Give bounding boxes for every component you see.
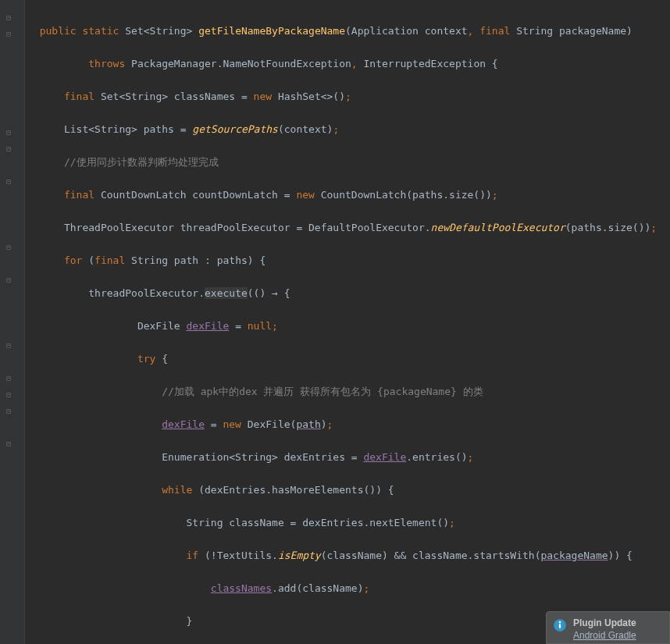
fold-icon[interactable]: ⊟ — [6, 239, 16, 248]
fold-icon[interactable]: ⊟ — [6, 436, 16, 445]
fold-icon[interactable]: ⊟ — [6, 173, 16, 183]
svg-rect-2 — [559, 624, 561, 628]
fold-icon[interactable]: ⊟ — [6, 272, 16, 281]
fold-icon[interactable]: ⊟ — [6, 403, 16, 412]
fold-icon[interactable]: ⊟ — [6, 370, 16, 379]
fold-icon[interactable]: ⊟ — [6, 337, 16, 347]
code-editor[interactable]: public static Set<String> getFileNameByP… — [27, 6, 657, 644]
fold-icon[interactable]: ⊟ — [6, 141, 16, 150]
fold-icon[interactable]: ⊟ — [6, 386, 16, 396]
notification-subtitle[interactable]: Android Gradle — [573, 629, 636, 642]
fold-icon[interactable]: ⊟ — [6, 124, 16, 133]
plugin-update-notification[interactable]: Plugin Update Android Gradle — [546, 611, 670, 644]
info-icon — [553, 618, 567, 632]
notification-title: Plugin Update — [573, 617, 636, 629]
notification-text: Plugin Update Android Gradle — [573, 617, 636, 642]
svg-point-1 — [559, 621, 561, 624]
gutter: ⊟ ⊟ ⊟ ⊟ ⊟ ⊟ ⊟ ⊟ ⊟ ⊟ ⊟ ⊟ — [0, 0, 25, 644]
fold-icon[interactable]: ⊟ — [6, 9, 16, 19]
fold-icon[interactable]: ⊟ — [6, 26, 16, 35]
